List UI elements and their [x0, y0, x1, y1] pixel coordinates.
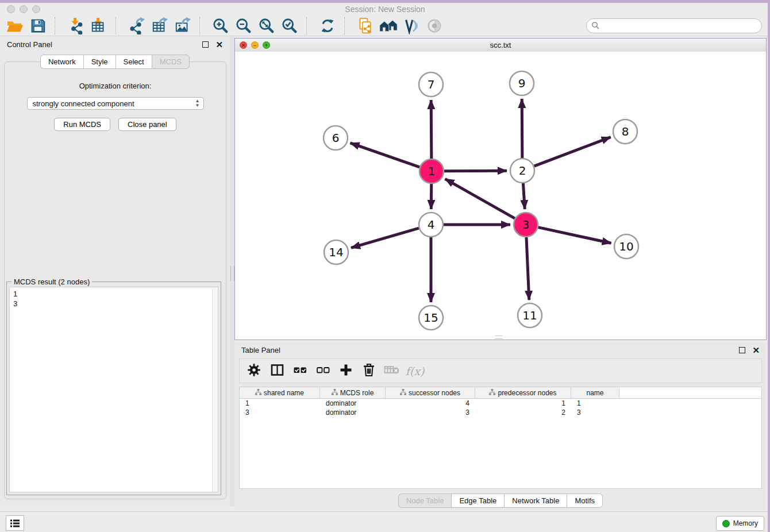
cell-name[interactable]: 3 — [571, 408, 619, 417]
node-10[interactable]: 10 — [614, 234, 638, 259]
search-box[interactable] — [586, 18, 762, 33]
task-history-button[interactable] — [6, 515, 24, 531]
edge-2-8[interactable] — [534, 137, 611, 167]
home-button[interactable] — [377, 16, 400, 36]
column-header-shared-name[interactable]: shared name — [240, 387, 320, 398]
split-table-view-button[interactable] — [270, 364, 284, 379]
edge-3-1[interactable] — [445, 179, 514, 218]
toolbar-separator — [55, 17, 63, 34]
float-panel-icon[interactable] — [202, 41, 209, 48]
cell-predecessor-nodes[interactable]: 2 — [475, 408, 571, 417]
node-14[interactable]: 14 — [324, 240, 348, 264]
edge-1-7[interactable] — [431, 100, 432, 159]
table-row-2[interactable]: 3dominator323 — [240, 408, 761, 417]
search-input[interactable] — [600, 21, 757, 30]
houses-icon — [379, 18, 398, 34]
tab-node-table[interactable]: Node Table — [398, 494, 452, 508]
criterion-select[interactable]: strongly connected component ▲▼ — [27, 97, 204, 110]
node-2[interactable]: 2 — [510, 159, 534, 183]
column-header-name[interactable]: name — [571, 387, 619, 398]
edge-4-14[interactable] — [351, 228, 419, 248]
open-session-button[interactable] — [3, 16, 26, 36]
memory-button[interactable]: Memory — [716, 516, 764, 531]
svg-text:4: 4 — [428, 218, 435, 232]
cell-shared-name[interactable]: 1 — [240, 399, 320, 408]
new-network-from-selection-button[interactable] — [354, 16, 377, 36]
zoom-selected-button[interactable] — [278, 16, 301, 36]
apply-layout-button[interactable] — [316, 16, 339, 36]
network-resize-handle[interactable] — [495, 336, 503, 339]
edge-2-9[interactable] — [522, 99, 522, 158]
memory-label: Memory — [733, 519, 758, 527]
zoom-out-button[interactable] — [232, 16, 255, 36]
tab-mcds[interactable]: MCDS — [152, 55, 190, 69]
save-session-button[interactable] — [26, 16, 49, 36]
column-label: successor nodes — [409, 389, 460, 397]
splitter-grip[interactable] — [230, 266, 234, 281]
window-accent-right — [768, 0, 770, 532]
edge-1-2[interactable] — [444, 171, 507, 171]
zoom-in-button[interactable] — [209, 16, 232, 36]
cell-name[interactable]: 1 — [571, 399, 619, 408]
node-3[interactable]: 3 — [514, 213, 538, 237]
node-8[interactable]: 8 — [613, 119, 637, 144]
cell-successor-nodes[interactable]: 3 — [386, 408, 475, 417]
cell-predecessor-nodes[interactable]: 1 — [475, 399, 571, 408]
cell-MCDS-role[interactable]: dominator — [320, 408, 386, 417]
import-network-button[interactable] — [64, 16, 87, 36]
close-panel-button[interactable]: Close panel — [118, 118, 176, 131]
node-4[interactable]: 4 — [419, 213, 443, 237]
export-network-button[interactable] — [125, 16, 148, 36]
tab-select[interactable]: Select — [116, 55, 152, 69]
node-15[interactable]: 15 — [419, 306, 443, 330]
export-table-button[interactable] — [148, 16, 171, 36]
column-settings-button[interactable] — [247, 364, 261, 379]
node-7[interactable]: 7 — [419, 72, 443, 97]
column-header-predecessor-nodes[interactable]: predecessor nodes — [475, 387, 571, 398]
edge-2-3[interactable] — [523, 183, 525, 209]
tab-style[interactable]: Style — [83, 55, 116, 69]
save-icon — [30, 18, 46, 34]
table-row-1[interactable]: 1dominator411 — [240, 399, 761, 408]
delete-button[interactable] — [361, 364, 376, 379]
add-column-button[interactable] — [338, 364, 353, 379]
cell-shared-name[interactable]: 3 — [240, 408, 320, 417]
edge-3-10[interactable] — [538, 228, 611, 244]
show-graphics-details-button — [423, 16, 446, 36]
mcds-result-groupbox: MCDS result (2 nodes) 13 — [6, 282, 221, 495]
node-9[interactable]: 9 — [510, 71, 534, 95]
result-scrollbar[interactable] — [212, 287, 218, 492]
tab-network[interactable]: Network — [40, 55, 83, 69]
edge-1-6[interactable] — [351, 143, 420, 167]
column-header-successor-nodes[interactable]: successor nodes — [386, 387, 475, 398]
edge-3-11[interactable] — [526, 237, 529, 300]
toolbar-separator — [306, 17, 314, 34]
close-table-panel-icon[interactable]: ✕ — [752, 348, 760, 353]
unselect-all-rows-button[interactable] — [315, 364, 330, 379]
node-6[interactable]: 6 — [324, 126, 348, 150]
style-preview-button[interactable] — [400, 16, 423, 36]
mcds-result-text[interactable]: 13 — [9, 287, 218, 492]
node-1[interactable]: 1 — [419, 159, 444, 183]
network-minimize-button[interactable]: – — [251, 41, 259, 49]
select-all-rows-button[interactable] — [292, 364, 307, 379]
column-header-MCDS-role[interactable]: MCDS role — [320, 387, 386, 398]
export-image-button[interactable] — [171, 16, 194, 36]
close-panel-icon[interactable]: ✕ — [215, 42, 223, 47]
float-table-panel-icon[interactable] — [739, 347, 745, 353]
network-canvas[interactable]: 7968124314101511 — [235, 52, 766, 340]
panel-splitter[interactable] — [230, 36, 234, 506]
application-window: Session: New Session Control Panel ✕ Net… — [0, 0, 770, 532]
network-close-button[interactable]: ✕ — [240, 41, 247, 49]
run-mcds-button[interactable]: Run MCDS — [54, 118, 110, 131]
zoom-fit-button[interactable] — [255, 16, 278, 36]
cell-MCDS-role[interactable]: dominator — [320, 399, 386, 408]
network-maximize-button[interactable]: + — [263, 41, 270, 49]
import-table-button[interactable] — [87, 16, 110, 36]
cell-successor-nodes[interactable]: 4 — [386, 399, 475, 408]
node-11[interactable]: 11 — [518, 303, 542, 327]
tab-network-table[interactable]: Network Table — [504, 494, 567, 508]
tab-edge-table[interactable]: Edge Table — [451, 494, 504, 508]
network-titlebar[interactable]: ✕ – + scc.txt — [235, 38, 766, 52]
tab-motifs[interactable]: Motifs — [567, 494, 603, 508]
